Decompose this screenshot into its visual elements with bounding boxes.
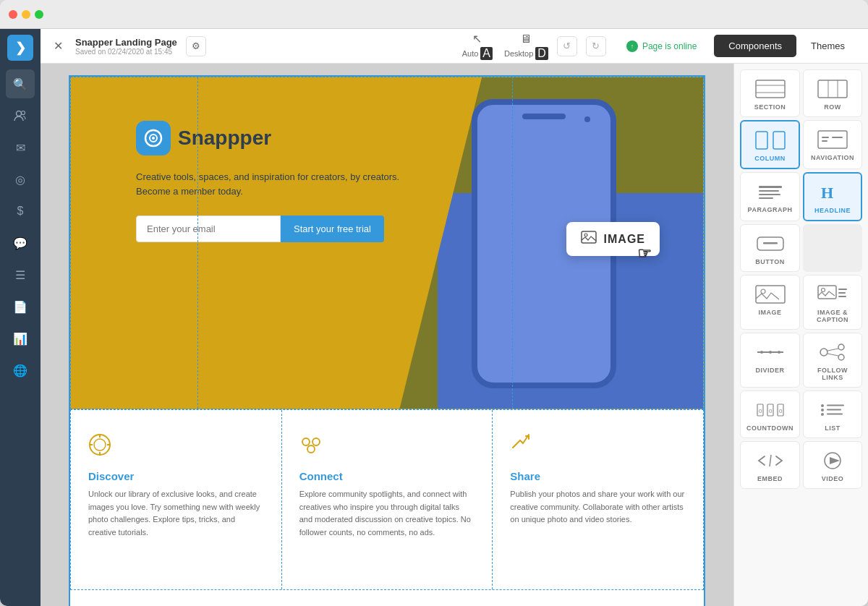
svg-point-47 — [838, 354, 844, 360]
tab-components[interactable]: Components — [714, 35, 796, 57]
component-divider[interactable]: DIVIDER — [740, 333, 800, 388]
svg-point-6 — [584, 234, 587, 236]
svg-point-58 — [821, 413, 824, 416]
paragraph-label: PARAGRAPH — [748, 206, 793, 213]
svg-rect-33 — [763, 242, 778, 244]
main-area: Snappper Creative tools, spaces, and ins… — [41, 64, 868, 606]
svg-point-15 — [307, 445, 315, 453]
view-mode-selector: ↖ Auto A 🖥 Desktop D — [462, 32, 548, 60]
svg-rect-25 — [822, 137, 829, 138]
image-drag-overlay[interactable]: IMAGE ☞ — [566, 222, 660, 256]
col-guide-2 — [512, 77, 513, 409]
signup-form: Start your free trial — [136, 215, 411, 242]
navigation-icon — [817, 129, 848, 150]
button-label: BUTTON — [755, 258, 784, 265]
component-headline[interactable]: H HeadLinE — [803, 172, 862, 221]
component-embed[interactable]: EMBED — [740, 441, 800, 489]
traffic-lights — [9, 10, 43, 19]
auto-mode-button[interactable]: ↖ Auto A — [462, 32, 493, 60]
svg-rect-30 — [759, 194, 780, 195]
left-sidebar: ❯ 🔍 ✉ ◎ $ 💬 ☰ 📄 📊 🌐 — [0, 29, 41, 606]
component-row[interactable]: ROW — [803, 69, 862, 117]
component-list[interactable]: LIST — [803, 391, 862, 438]
svg-marker-64 — [830, 457, 840, 464]
auto-badge: A — [480, 47, 493, 60]
undo-button[interactable]: ↺ — [557, 36, 577, 56]
sidebar-item-pages[interactable]: 📄 — [6, 292, 35, 321]
feature-discover-text: Unlock our library of exclusive looks, a… — [88, 488, 264, 539]
cta-button[interactable]: Start your free trial — [281, 215, 384, 242]
hero-section[interactable]: Snappper Creative tools, spaces, and ins… — [70, 77, 704, 409]
logo-icon — [136, 121, 171, 155]
status-icon: ↑ — [626, 40, 638, 52]
app-layout: ❯ 🔍 ✉ ◎ $ 💬 ☰ 📄 📊 🌐 — [0, 29, 868, 606]
drag-cursor-icon: ☞ — [637, 244, 652, 263]
image-icon — [754, 284, 786, 304]
feature-connect[interactable]: Connect Explore community spotlights, an… — [282, 410, 493, 589]
sidebar-item-billing[interactable]: $ — [6, 197, 35, 226]
topbar: ✕ Snapper Landing Page Saved on 02/24/20… — [41, 29, 868, 64]
svg-point-44 — [778, 351, 780, 354]
component-video[interactable]: VIDEO — [803, 441, 862, 489]
desktop-mode-button[interactable]: 🖥 Desktop D — [504, 33, 548, 60]
sidebar-item-mail[interactable]: ✉ — [6, 133, 35, 162]
sidebar-item-chart[interactable]: 📊 — [6, 324, 35, 353]
headline-label: HeadLinE — [814, 207, 851, 214]
svg-point-4 — [152, 137, 155, 140]
page-info: Snapper Landing Page Saved on 02/24/2020… — [75, 37, 177, 56]
svg-rect-40 — [838, 296, 846, 297]
svg-point-0 — [17, 111, 22, 116]
sidebar-item-analytics[interactable]: ◎ — [6, 165, 35, 194]
svg-point-45 — [820, 349, 827, 356]
sidebar-item-globe[interactable]: 🌐 — [6, 356, 35, 385]
sidebar-item-search[interactable]: 🔍 — [6, 69, 35, 98]
tab-themes[interactable]: Themes — [796, 35, 859, 57]
component-countdown[interactable]: 0 0 0 COUNTDOWN — [740, 391, 800, 438]
sidebar-item-comments[interactable]: 💬 — [6, 229, 35, 257]
feature-connect-title: Connect — [299, 470, 475, 482]
svg-rect-59 — [827, 405, 844, 406]
sidebar-logo[interactable]: ❯ — [7, 35, 33, 61]
row-icon — [817, 79, 848, 99]
components-panel: SECTION ROW — [733, 64, 868, 606]
embed-label: EMBED — [757, 475, 783, 482]
settings-button[interactable]: ⚙ — [186, 36, 206, 56]
svg-rect-61 — [827, 414, 843, 415]
svg-rect-22 — [756, 132, 767, 149]
svg-rect-19 — [818, 80, 847, 98]
editor-area[interactable]: Snappper Creative tools, spaces, and ins… — [41, 64, 733, 606]
svg-rect-38 — [838, 289, 847, 290]
component-section[interactable]: SECTION — [740, 69, 800, 117]
component-button[interactable]: BUTTON — [740, 224, 800, 272]
svg-point-35 — [761, 289, 765, 294]
svg-rect-27 — [822, 140, 827, 142]
component-navigation[interactable]: NAVIGATION — [803, 120, 862, 169]
component-image-caption[interactable]: IMAGE & CAPTION — [803, 275, 862, 330]
svg-rect-60 — [827, 409, 841, 411]
svg-text:0: 0 — [779, 408, 783, 414]
maximize-window-button[interactable] — [35, 10, 43, 19]
desktop-icon: 🖥 — [520, 33, 532, 46]
image-placeholder-icon — [581, 231, 597, 247]
component-column[interactable]: COLUMN — [740, 120, 800, 169]
divider-label: DIVIDER — [755, 367, 784, 374]
countdown-label: COUNTDOWN — [746, 424, 793, 432]
redo-button[interactable]: ↻ — [586, 36, 606, 56]
minimize-window-button[interactable] — [22, 10, 30, 19]
component-image[interactable]: IMAGE — [740, 275, 800, 330]
svg-rect-16 — [756, 80, 785, 98]
sidebar-item-users[interactable] — [6, 101, 35, 130]
component-follow-links[interactable]: FOLLOW LINKS — [803, 333, 862, 388]
feature-share[interactable]: Share Publish your photos and share your… — [493, 410, 703, 589]
video-icon — [817, 451, 848, 471]
close-window-button[interactable] — [9, 10, 17, 19]
svg-rect-31 — [759, 197, 773, 199]
discover-icon — [88, 433, 264, 461]
svg-point-37 — [822, 289, 825, 292]
feature-discover[interactable]: Discover Unlock our library of exclusive… — [71, 410, 282, 589]
email-input[interactable] — [136, 215, 281, 242]
svg-text:0: 0 — [769, 408, 773, 414]
component-paragraph[interactable]: PARAGRAPH — [740, 172, 800, 221]
sidebar-item-list[interactable]: ☰ — [6, 260, 35, 289]
close-editor-button[interactable]: ✕ — [49, 38, 67, 55]
